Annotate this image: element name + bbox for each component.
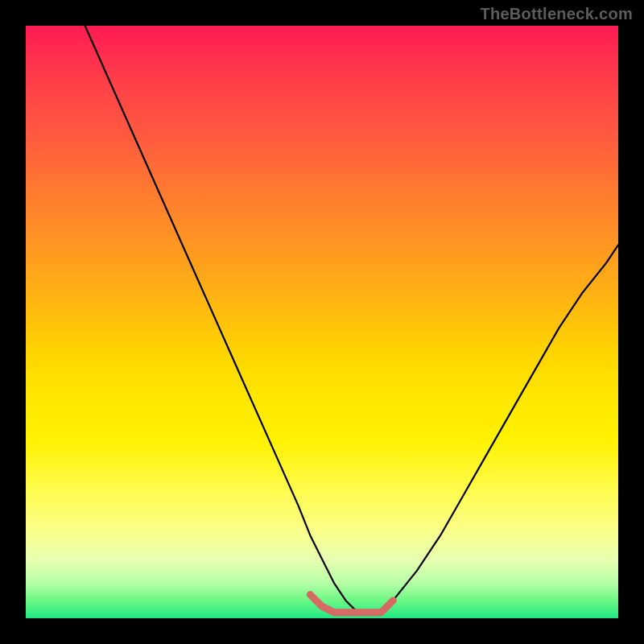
series-bottleneck-curve [85,26,618,613]
plot-area [26,26,618,618]
series-optimal-band [310,595,393,613]
watermark-text: TheBottleneck.com [480,5,633,23]
chart-container: TheBottleneck.com [0,0,644,644]
chart-svg [26,26,618,618]
